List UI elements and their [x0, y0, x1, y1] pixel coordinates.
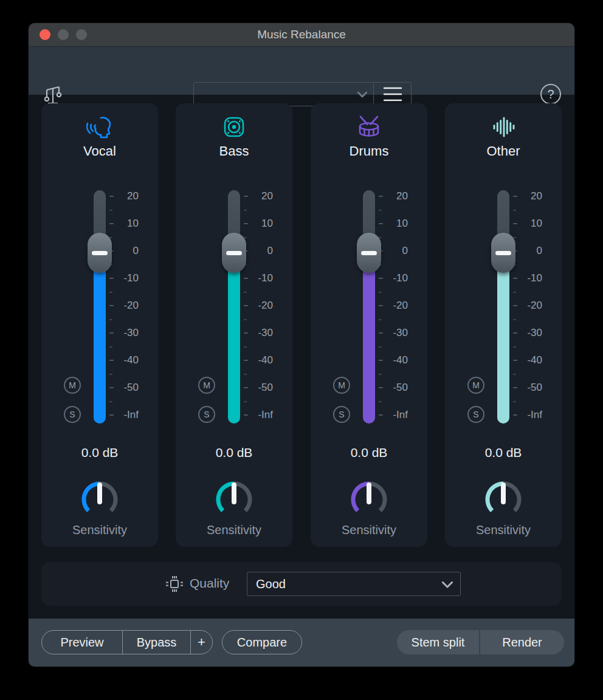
preset-dropdown[interactable]: [194, 83, 373, 106]
window-title: Music Rebalance: [257, 28, 346, 41]
quality-value: Good: [247, 577, 286, 591]
fader-fill: [228, 253, 240, 424]
waveform-icon: [445, 112, 562, 142]
hamburger-menu-icon: [384, 87, 402, 101]
minimize-button[interactable]: [58, 29, 69, 40]
sensitivity-label: Sensitivity: [445, 523, 562, 537]
channel-name: Vocal: [41, 143, 158, 159]
header-bar: ?: [29, 47, 574, 95]
drums-gain-fader[interactable]: 20100-10-20-30-40-50-Inf: [311, 190, 427, 424]
fader-handle[interactable]: [357, 233, 381, 273]
quality-label: Quality: [190, 576, 229, 591]
render-button[interactable]: Render: [479, 630, 564, 654]
fader-grip: [92, 251, 108, 255]
fader-grip: [495, 251, 511, 255]
fader-handle[interactable]: [491, 233, 515, 273]
sensitivity-label: Sensitivity: [176, 523, 292, 537]
fader-handle[interactable]: [222, 233, 246, 273]
chevron-down-icon: [357, 92, 367, 98]
output-button-group: Stem split Render: [397, 630, 564, 654]
drums-icon: [311, 112, 427, 142]
channel-name: Bass: [176, 143, 292, 159]
compare-button[interactable]: Compare: [222, 630, 302, 654]
mute-button[interactable]: M: [64, 377, 81, 394]
fader-grip: [226, 251, 242, 255]
sensitivity-knob[interactable]: [79, 479, 120, 520]
vocal-gain-fader[interactable]: 20100-10-20-30-40-50-Inf: [41, 190, 158, 424]
fader-handle[interactable]: [88, 233, 112, 273]
desktop-background: Music Rebalance: [0, 0, 603, 700]
channel-panel-vocal: Vocal 20100-10-20-30-40-50-Inf M S 0.0 d…: [41, 103, 158, 547]
fader-grip: [361, 251, 377, 255]
quality-dropdown[interactable]: Good: [247, 572, 461, 596]
gain-value[interactable]: 0.0 dB: [445, 445, 562, 460]
preset-menu-button[interactable]: [373, 83, 411, 106]
title-bar: Music Rebalance: [29, 23, 574, 47]
transport-button-group: Preview Bypass +: [41, 630, 213, 654]
footer-bar: Preview Bypass + Compare Stem split Rend…: [29, 619, 574, 667]
solo-button[interactable]: S: [467, 406, 484, 423]
other-gain-fader[interactable]: 20100-10-20-30-40-50-Inf: [445, 190, 562, 424]
solo-button[interactable]: S: [333, 406, 350, 423]
sensitivity-knob[interactable]: [483, 479, 524, 520]
fader-fill: [94, 253, 106, 424]
bass-speaker-icon: [176, 112, 292, 142]
fader-fill: [363, 253, 375, 424]
fader-scale: 20100-10-20-30-40-50-Inf: [107, 196, 150, 415]
gain-value[interactable]: 0.0 dB: [41, 445, 158, 460]
mute-button[interactable]: M: [198, 377, 215, 394]
channel-panel-other: Other 20100-10-20-30-40-50-Inf M S 0.0 d…: [445, 103, 562, 547]
bass-gain-fader[interactable]: 20100-10-20-30-40-50-Inf: [176, 190, 292, 424]
solo-button[interactable]: S: [64, 406, 81, 423]
gain-value[interactable]: 0.0 dB: [176, 445, 292, 460]
cpu-chip-icon: [164, 574, 185, 594]
quality-panel: Quality Good: [41, 562, 562, 606]
channel-name: Other: [445, 143, 562, 159]
channel-panel-bass: Bass 20100-10-20-30-40-50-Inf M S 0.0 dB…: [176, 103, 292, 547]
chevron-down-icon: [442, 582, 453, 588]
preset-controls: [193, 82, 412, 106]
gain-value[interactable]: 0.0 dB: [311, 445, 427, 460]
fader-scale: 20100-10-20-30-40-50-Inf: [511, 196, 553, 415]
close-button[interactable]: [40, 29, 50, 40]
zoom-button[interactable]: [76, 29, 87, 40]
fader-scale: 20100-10-20-30-40-50-Inf: [241, 196, 284, 415]
stem-split-button[interactable]: Stem split: [397, 630, 479, 654]
add-button[interactable]: +: [190, 631, 212, 654]
mute-button[interactable]: M: [467, 377, 484, 394]
help-button[interactable]: ?: [540, 84, 561, 105]
preview-button[interactable]: Preview: [42, 631, 122, 654]
vocal-icon: [41, 112, 158, 142]
solo-button[interactable]: S: [198, 406, 215, 423]
channel-panel-drums: Drums 20100-10-20-30-40-50-Inf M S 0.0 d…: [311, 103, 427, 547]
question-mark-icon: ?: [547, 88, 554, 101]
channel-name: Drums: [311, 143, 427, 159]
fader-fill: [497, 253, 509, 424]
fader-scale: 20100-10-20-30-40-50-Inf: [376, 196, 419, 415]
bypass-button[interactable]: Bypass: [122, 631, 190, 654]
sensitivity-knob[interactable]: [348, 479, 390, 520]
plugin-window: Music Rebalance: [29, 23, 574, 667]
sensitivity-label: Sensitivity: [41, 523, 158, 537]
mute-button[interactable]: M: [333, 377, 350, 394]
sensitivity-label: Sensitivity: [311, 523, 427, 537]
music-rebalance-logo-icon: [43, 82, 64, 106]
sensitivity-knob[interactable]: [213, 479, 255, 520]
